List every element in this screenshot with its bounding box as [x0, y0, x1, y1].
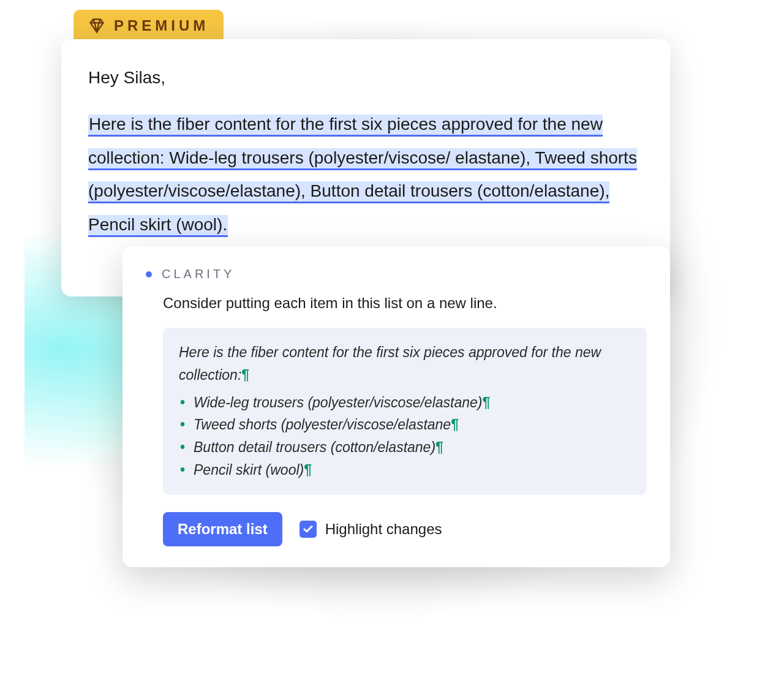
highlighted-span: Here is the fiber content for the first … — [88, 115, 637, 237]
checkbox-icon — [300, 521, 317, 538]
pilcrow-icon: ¶ — [435, 439, 443, 455]
preview-item-text: Button detail trousers (cotton/elastane) — [194, 439, 435, 455]
pilcrow-icon: ¶ — [241, 367, 249, 383]
suggestion-advice: Consider putting each item in this list … — [163, 292, 647, 314]
list-item: Wide-leg trousers (polyester/viscose/ela… — [179, 391, 631, 414]
greeting-text: Hey Silas, — [88, 65, 643, 91]
category-label: CLARITY — [162, 267, 235, 281]
list-item: Pencil skirt (wool)¶ — [179, 459, 631, 481]
preview-item-text: Tweed shorts (polyester/viscose/elastane — [194, 417, 451, 432]
premium-tab: PREMIUM — [74, 10, 224, 42]
premium-label: PREMIUM — [114, 17, 209, 34]
list-item: Tweed shorts (polyester/viscose/elastane… — [179, 413, 631, 436]
preview-item-text: Wide-leg trousers (polyester/viscose/ela… — [194, 394, 483, 410]
highlight-changes-label: Highlight changes — [325, 521, 442, 538]
pilcrow-icon: ¶ — [451, 417, 459, 432]
action-row: Reformat list Highlight changes — [163, 512, 647, 546]
pilcrow-icon: ¶ — [304, 462, 312, 478]
suggestion-card: CLARITY Consider putting each item in th… — [123, 246, 670, 567]
category-row: CLARITY — [146, 267, 647, 281]
category-dot-icon — [146, 271, 152, 277]
highlighted-paragraph[interactable]: Here is the fiber content for the first … — [88, 108, 643, 241]
diamond-icon — [88, 17, 105, 34]
suggestion-preview: Here is the fiber content for the first … — [163, 328, 647, 495]
highlight-changes-toggle[interactable]: Highlight changes — [300, 521, 442, 538]
preview-list: Wide-leg trousers (polyester/viscose/ela… — [179, 391, 631, 481]
reformat-button[interactable]: Reformat list — [163, 512, 282, 546]
preview-item-text: Pencil skirt (wool) — [194, 462, 304, 478]
pilcrow-icon: ¶ — [483, 394, 491, 410]
list-item: Button detail trousers (cotton/elastane)… — [179, 436, 631, 459]
